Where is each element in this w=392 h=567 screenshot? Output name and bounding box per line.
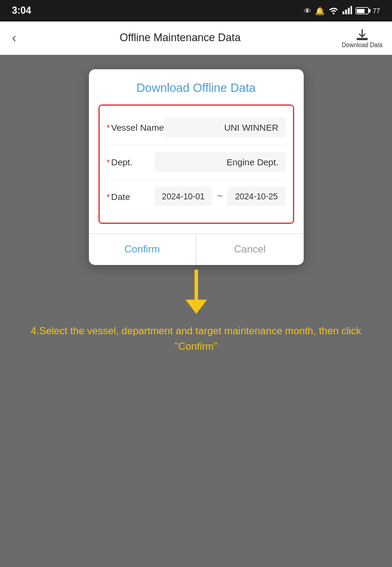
back-button[interactable]: ‹ xyxy=(10,28,18,48)
dialog-card: Download Offline Data * Vessel Name UNI … xyxy=(89,69,304,265)
vessel-required-star: * xyxy=(107,122,110,132)
battery-icon xyxy=(356,7,369,14)
vessel-name-label: * Vessel Name xyxy=(107,122,164,132)
dept-required-star: * xyxy=(107,157,110,167)
page-title: Offline Maintenance Data xyxy=(120,32,241,44)
vessel-name-value[interactable]: UNI WINNER xyxy=(164,118,286,137)
download-data-button[interactable]: Download Data xyxy=(342,28,382,48)
arrow-shaft xyxy=(195,270,198,300)
battery-percent: 77 xyxy=(373,7,380,14)
dept-value[interactable]: Engine Dept. xyxy=(155,152,286,172)
confirm-button[interactable]: Confirm xyxy=(89,234,197,265)
instruction-text: 4.Select the vessel, department and targ… xyxy=(0,323,392,354)
alarm-icon: 🔔 xyxy=(315,7,325,16)
status-bar: 3:04 👁 🔔 77 xyxy=(0,0,392,21)
arrow-indicator xyxy=(186,270,207,314)
app-header: ‹ Offline Maintenance Data Download Data xyxy=(0,21,392,55)
date-required-star: * xyxy=(107,192,110,202)
dialog-title: Download Offline Data xyxy=(89,69,304,104)
date-from-value[interactable]: 2024-10-01 xyxy=(155,187,212,206)
dialog-footer: Confirm Cancel xyxy=(89,233,304,265)
status-time: 3:04 xyxy=(12,5,31,16)
date-label: * Date xyxy=(107,192,155,202)
eye-icon: 👁 xyxy=(304,7,311,16)
download-label: Download Data xyxy=(342,42,382,48)
svg-rect-3 xyxy=(350,6,352,14)
arrow-head xyxy=(186,300,207,314)
status-icons: 👁 🔔 77 xyxy=(304,6,380,16)
wifi-icon xyxy=(328,6,339,16)
svg-rect-2 xyxy=(348,8,350,14)
date-tilde: ~ xyxy=(217,191,223,202)
date-row: * Date 2024-10-01 ~ 2024-10-25 xyxy=(107,180,286,213)
dept-label: * Dept. xyxy=(107,157,155,167)
svg-rect-0 xyxy=(342,11,344,14)
dialog-buttons: Confirm Cancel xyxy=(89,233,304,265)
dept-row: * Dept. Engine Dept. xyxy=(107,145,286,180)
download-icon xyxy=(356,28,369,41)
date-range-values: 2024-10-01 ~ 2024-10-25 xyxy=(155,187,286,206)
form-section: * Vessel Name UNI WINNER * Dept. Engine … xyxy=(98,104,294,224)
cancel-button[interactable]: Cancel xyxy=(196,234,304,265)
date-to-value[interactable]: 2024-10-25 xyxy=(227,187,285,206)
dialog-body: * Vessel Name UNI WINNER * Dept. Engine … xyxy=(89,104,304,224)
signal-icon xyxy=(342,6,352,16)
main-content: Download Offline Data * Vessel Name UNI … xyxy=(0,55,392,567)
vessel-name-row: * Vessel Name UNI WINNER xyxy=(107,110,286,145)
svg-rect-1 xyxy=(345,10,347,14)
